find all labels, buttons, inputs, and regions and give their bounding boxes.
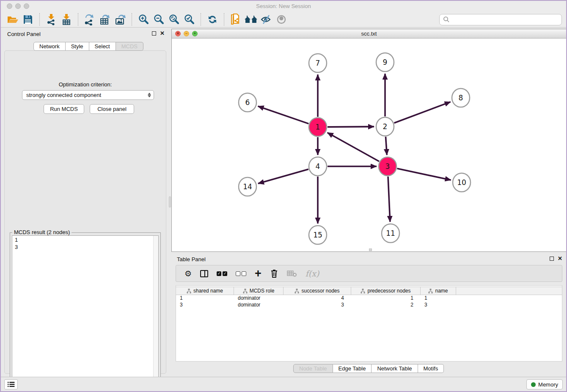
table-cell: dominator [234, 295, 284, 302]
delete-column-button[interactable] [270, 267, 278, 280]
tab-style[interactable]: Style [66, 42, 89, 51]
node-table: shared nameMCDS rolesuccessor nodesprede… [176, 285, 562, 362]
table-cell: 3 [176, 302, 234, 309]
select-all-button[interactable]: ✓✓ [217, 267, 227, 280]
mcds-panel-body: Optimization criterion: strongly connect… [4, 50, 166, 374]
tab-motifs[interactable]: Motifs [418, 364, 444, 373]
graph-edge-2-8[interactable] [394, 102, 451, 123]
open-session-button[interactable] [5, 13, 20, 26]
graph-node-label: 10 [457, 178, 466, 187]
window-titlebar: Session: New Session [1, 1, 566, 12]
open-folder-icon [7, 14, 19, 25]
network-graph[interactable]: 1234678910111415 [172, 39, 566, 251]
zoom-fit-button[interactable] [166, 13, 182, 26]
list-icon [8, 381, 15, 387]
search-field[interactable] [439, 14, 562, 25]
zoom-out-button[interactable] [151, 13, 166, 26]
apply-layout-button[interactable] [205, 13, 220, 26]
graph-node-label: 4 [316, 162, 320, 171]
column-sort-icon [243, 289, 248, 293]
eye-disabled-icon [275, 14, 287, 25]
table-row[interactable]: 3dominator323 [176, 302, 562, 309]
network-canvas[interactable]: 1234678910111415 [172, 39, 566, 251]
table-header-row: shared nameMCDS rolesuccessor nodesprede… [176, 287, 562, 295]
graph-edge-3-10[interactable] [397, 168, 451, 180]
column-header-label: predecessor nodes [367, 288, 410, 294]
criterion-select[interactable]: strongly connected component [22, 90, 154, 100]
run-mcds-button[interactable]: Run MCDS [44, 104, 84, 114]
column-sort-icon [361, 289, 365, 293]
graph-edge-1-6[interactable] [258, 106, 309, 124]
column-header-successor-nodes[interactable]: successor nodes [284, 287, 351, 295]
table-cell: 3 [421, 302, 456, 309]
deselect-all-button[interactable] [236, 267, 246, 280]
graph-node-label: 1 [316, 123, 320, 131]
search-input[interactable] [450, 15, 558, 24]
network-resize-grip[interactable] [369, 248, 372, 251]
graph-node-label: 7 [316, 59, 320, 67]
close-table-panel-icon[interactable]: ✕ [558, 257, 562, 261]
window-title: Session: New Session [1, 3, 566, 9]
table-settings-button[interactable]: ⚙ [184, 267, 192, 280]
refresh-icon [207, 14, 218, 25]
gear-icon: ⚙ [184, 269, 192, 279]
tab-mcds[interactable]: MCDS [116, 42, 143, 51]
float-panel-icon[interactable] [152, 31, 156, 36]
column-header-name[interactable]: name [421, 287, 456, 295]
save-session-button[interactable] [20, 13, 36, 26]
close-panel-button[interactable]: Close panel [90, 104, 134, 114]
tab-network-table[interactable]: Network Table [372, 364, 418, 373]
zoom-in-button[interactable] [136, 13, 151, 26]
homes-icon [244, 14, 258, 25]
export-image-button[interactable] [113, 13, 128, 26]
function-builder-button[interactable]: f(x) [306, 267, 319, 280]
column-header-label: successor nodes [301, 288, 339, 294]
memory-button[interactable]: Memory [526, 379, 563, 389]
task-history-button[interactable] [4, 379, 18, 389]
export-network-button[interactable] [82, 13, 97, 26]
plus-icon: + [255, 269, 261, 278]
export-table-button[interactable] [97, 13, 113, 26]
column-visibility-button[interactable] [200, 267, 208, 280]
tab-node-table[interactable]: Node Table [293, 364, 333, 373]
result-scrollbar[interactable] [153, 236, 158, 392]
mcds-result-groupbox: MCDS result (2 nodes) 1 3 [10, 232, 161, 392]
table-cell: 1 [176, 295, 234, 302]
tab-network[interactable]: Network [33, 42, 66, 51]
network-title: scc.txt [172, 30, 566, 37]
search-icon [443, 16, 450, 23]
add-column-button[interactable]: + [255, 267, 261, 280]
control-panel: Control Panel ✕ Network Style Select MCD… [2, 28, 169, 377]
network-view-window: ✕ − + scc.txt 1234678910111415 [171, 29, 567, 252]
mcds-result-area[interactable]: 1 3 [12, 235, 159, 392]
column-header-MCDS-role[interactable]: MCDS role [234, 287, 284, 295]
eye-slash-icon [260, 14, 272, 25]
table-cell: dominator [234, 302, 284, 309]
tab-edge-table[interactable]: Edge Table [333, 364, 372, 373]
import-network-button[interactable] [44, 13, 59, 26]
graph-edge-1-2[interactable] [328, 127, 374, 127]
clone-network-button[interactable] [228, 13, 243, 26]
graph-node-label: 8 [459, 94, 463, 102]
column-header-shared-name[interactable]: shared name [176, 287, 234, 295]
toolbar-separator [224, 13, 224, 26]
zoom-selected-button[interactable] [182, 13, 197, 26]
graph-edge-2-3[interactable] [385, 137, 387, 155]
delete-table-button[interactable] [287, 267, 297, 280]
graph-edge-3-11[interactable] [388, 177, 390, 222]
splitter-handle[interactable] [169, 196, 171, 207]
hide-selected-button[interactable] [259, 13, 274, 26]
close-panel-icon[interactable]: ✕ [160, 31, 165, 36]
float-table-panel-icon[interactable] [550, 257, 554, 261]
show-all-button[interactable] [243, 13, 259, 26]
graph-edge-3-1[interactable] [328, 133, 379, 161]
column-header-predecessor-nodes[interactable]: predecessor nodes [351, 287, 421, 295]
table-toolbar: ⚙ ✓✓ + f(x) [176, 265, 562, 282]
table-row[interactable]: 1dominator411 [176, 295, 562, 302]
import-table-button[interactable] [59, 13, 74, 26]
mcds-result-title: MCDS result (2 nodes) [12, 229, 72, 235]
tab-select[interactable]: Select [89, 42, 116, 51]
graph-edge-4-14[interactable] [258, 169, 308, 184]
export-table-icon [99, 14, 111, 25]
show-hidden-button[interactable] [274, 13, 289, 26]
